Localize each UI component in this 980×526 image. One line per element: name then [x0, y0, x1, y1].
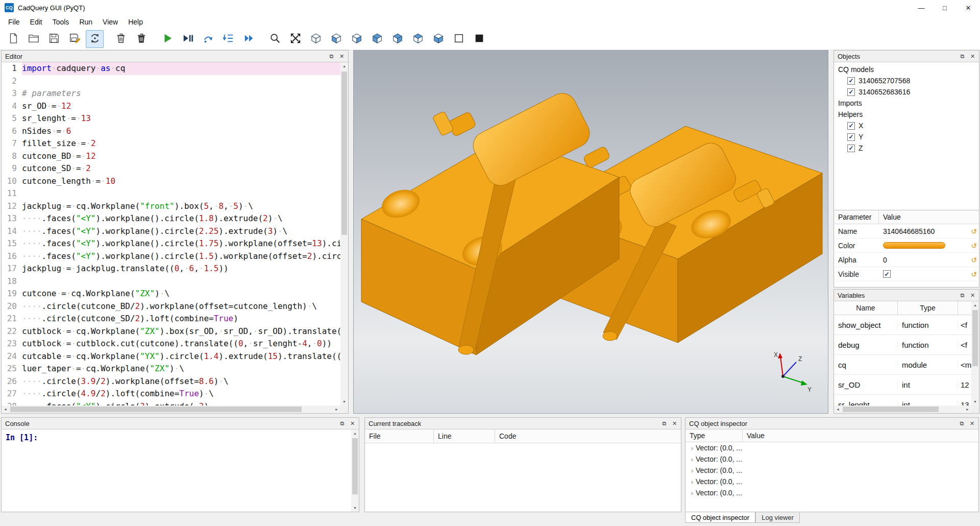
- variable-row[interactable]: cqmodule<m: [834, 355, 971, 375]
- tree-item[interactable]: Helpers: [834, 109, 979, 120]
- expand-chevron-icon[interactable]: ›: [689, 444, 696, 452]
- variables-horizontal-scrollbar[interactable]: ◄ ►: [834, 405, 971, 413]
- code-line[interactable]: 14····.faces("<Y").workplane().circle(2.…: [2, 225, 340, 238]
- viewport-canvas[interactable]: X Z Y: [354, 51, 828, 413]
- tree-item[interactable]: ✓X: [834, 120, 979, 131]
- code-line[interactable]: 15····.faces("<Y").workplane().circle(1.…: [2, 237, 340, 250]
- column-header[interactable]: Code: [495, 429, 681, 443]
- checkbox[interactable]: ✓: [847, 145, 855, 152]
- inspector-row[interactable]: ›Vector: (0.0, ...: [685, 453, 978, 465]
- right-view-button[interactable]: [388, 30, 406, 48]
- debug-button[interactable]: [179, 30, 197, 48]
- code-line[interactable]: 27····.circle(4.9/2).loft(combine=True)·…: [2, 388, 340, 400]
- editor-vertical-scrollbar[interactable]: ▲ ▼: [340, 62, 348, 405]
- float-panel-icon[interactable]: ⧉: [660, 419, 669, 427]
- code-line[interactable]: 2: [2, 75, 340, 88]
- save-as-button[interactable]: [65, 30, 83, 48]
- tree-item[interactable]: CQ models: [834, 64, 979, 75]
- scrollbar-thumb[interactable]: [972, 310, 978, 366]
- float-panel-icon[interactable]: ⧉: [338, 419, 347, 427]
- expand-chevron-icon[interactable]: ›: [689, 478, 696, 486]
- autoreload-toggle[interactable]: [86, 30, 104, 48]
- checkbox[interactable]: ✓: [847, 122, 855, 130]
- color-swatch[interactable]: [883, 242, 945, 249]
- close-panel-icon[interactable]: ✕: [968, 52, 977, 60]
- menu-item-file[interactable]: File: [3, 16, 25, 28]
- code-line[interactable]: 11: [2, 187, 340, 200]
- code-line[interactable]: 12jackplug·=·cq.Workplane("front").box(5…: [2, 200, 340, 213]
- variables-vertical-scrollbar[interactable]: ▲ ▼: [971, 301, 979, 405]
- expand-chevron-icon[interactable]: ›: [689, 456, 696, 463]
- checkbox[interactable]: ✓: [883, 270, 891, 278]
- minimize-button[interactable]: —: [910, 0, 933, 15]
- code-line[interactable]: 10cutcone_length·=·10: [2, 175, 340, 188]
- delete-button[interactable]: [132, 30, 150, 48]
- menu-item-view[interactable]: View: [97, 16, 123, 28]
- code-line[interactable]: 21····.circle(cutcone_SD/2).loft(combine…: [2, 313, 340, 325]
- fit-all-button[interactable]: [286, 30, 304, 48]
- code-line[interactable]: 25luer_taper·=·cq.Workplane("ZX")·\: [2, 363, 340, 375]
- expand-chevron-icon[interactable]: ›: [689, 489, 696, 497]
- code-line[interactable]: 6nSides·=·6: [2, 125, 340, 138]
- column-header[interactable]: Line: [434, 429, 495, 443]
- close-panel-icon[interactable]: ✕: [348, 419, 357, 427]
- scrollbar-thumb[interactable]: [10, 407, 302, 412]
- float-panel-icon[interactable]: ⧉: [327, 52, 336, 60]
- code-line[interactable]: 26····.circle(3.9/2).workplane(offset=8.…: [2, 375, 340, 388]
- menu-item-run[interactable]: Run: [74, 16, 97, 28]
- inspector-row[interactable]: ›Vector: (0.0, ...: [685, 442, 978, 453]
- wireframe-button[interactable]: [450, 30, 468, 48]
- back-view-button[interactable]: [348, 30, 365, 48]
- menu-item-edit[interactable]: Edit: [25, 16, 47, 28]
- new-file-button[interactable]: [4, 30, 22, 48]
- iso-view-button[interactable]: [307, 30, 325, 48]
- left-view-button[interactable]: [368, 30, 386, 48]
- code-line[interactable]: 18: [2, 275, 340, 288]
- tree-item[interactable]: ✓3140652683616: [834, 86, 979, 98]
- step-button[interactable]: [199, 30, 217, 48]
- render-button[interactable]: [158, 30, 176, 48]
- column-header[interactable]: Value: [879, 213, 979, 221]
- code-line[interactable]: 13····.faces("<Y").workplane().circle(1.…: [2, 212, 340, 225]
- tree-item[interactable]: ✓Y: [834, 131, 979, 142]
- step-into-button[interactable]: [219, 30, 237, 48]
- console-vertical-scrollbar[interactable]: ▲ ▼: [351, 429, 359, 512]
- tab-log-viewer[interactable]: Log viewer: [755, 512, 800, 523]
- code-line[interactable]: 3# parameters: [2, 87, 340, 100]
- inspector-row[interactable]: ›Vector: (0.0, ...: [685, 476, 978, 487]
- column-header[interactable]: [958, 301, 971, 315]
- fit-view-button[interactable]: [266, 30, 284, 48]
- checkbox[interactable]: ✓: [847, 77, 855, 85]
- tree-item[interactable]: Imports: [834, 98, 979, 109]
- property-value[interactable]: ✓: [879, 270, 969, 278]
- open-button[interactable]: [24, 30, 42, 48]
- close-panel-icon[interactable]: ✕: [968, 419, 976, 427]
- code-line[interactable]: 5sr_lenght·=·13: [2, 112, 340, 125]
- code-line[interactable]: 22cutblock·=·cq.Workplane("ZX").box(sr_O…: [2, 325, 340, 338]
- tree-item[interactable]: ✓Z: [834, 142, 979, 154]
- reset-button[interactable]: ↺: [969, 242, 979, 250]
- close-panel-icon[interactable]: ✕: [337, 52, 346, 60]
- reset-button[interactable]: ↺: [969, 270, 979, 278]
- reset-button[interactable]: ↺: [969, 256, 979, 264]
- float-panel-icon[interactable]: ⧉: [958, 291, 967, 299]
- scrollbar-thumb[interactable]: [341, 71, 347, 235]
- float-panel-icon[interactable]: ⧉: [958, 419, 966, 427]
- code-area[interactable]: 1import·cadquery·as·cq23# parameters4sr_…: [2, 62, 340, 405]
- variable-row[interactable]: sr_ODint12: [834, 375, 971, 395]
- checkbox[interactable]: ✓: [847, 88, 855, 96]
- close-button[interactable]: ✕: [957, 0, 980, 15]
- inspector-row[interactable]: ›Vector: (0.0, ...: [685, 487, 978, 498]
- property-value[interactable]: [879, 242, 969, 249]
- code-line[interactable]: 23cutblock·=·cutblock.cut(cutcone).trans…: [2, 338, 340, 350]
- variable-row[interactable]: sr_lenghtint13: [834, 395, 971, 405]
- code-line[interactable]: 1import·cadquery·as·cq: [2, 62, 340, 75]
- column-header[interactable]: Parameter: [834, 210, 879, 224]
- column-header[interactable]: Type: [685, 429, 743, 442]
- code-line[interactable]: 28····.faces("<Y").circle(3).extrude(-3): [2, 400, 340, 406]
- variable-row[interactable]: debugfunction<f: [834, 335, 971, 355]
- checkbox[interactable]: ✓: [847, 133, 855, 141]
- tab-cq-object-inspector[interactable]: CQ object inspector: [685, 512, 755, 523]
- column-header[interactable]: File: [365, 429, 434, 443]
- column-header[interactable]: Value: [743, 429, 978, 442]
